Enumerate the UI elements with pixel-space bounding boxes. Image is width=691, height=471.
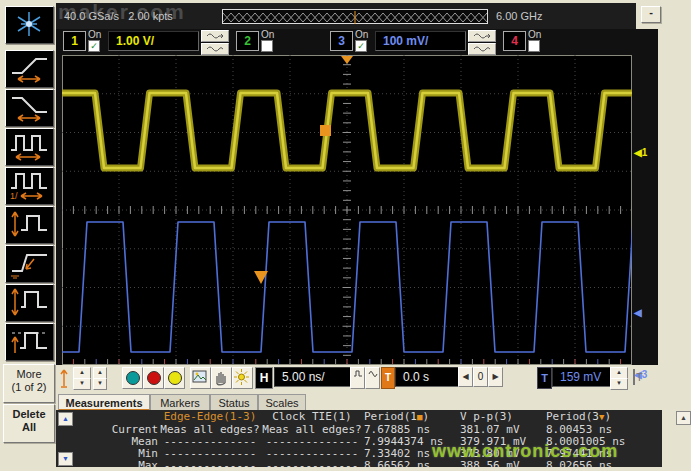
channel-3-button[interactable]: 3 (330, 31, 353, 51)
trigger-level-field[interactable]: 159 mV (552, 367, 615, 387)
more-button[interactable]: More (1 of 2) (3, 364, 55, 403)
measure-v-base-button[interactable] (5, 245, 54, 283)
channel-1-on-control: On ✓ (88, 30, 101, 52)
delete-all-button[interactable]: Delete All (3, 404, 55, 443)
channel-1-scale-field[interactable]: 1.00 V/ (108, 31, 199, 51)
channel-4-on-control: On (528, 30, 541, 52)
bandwidth-readout: 6.00 GHz (496, 10, 542, 22)
channel-3-on-label: On (355, 30, 368, 40)
trigger-level-value: 159 mV (560, 370, 601, 384)
channel-1-ground-marker[interactable]: ◀1 (634, 147, 647, 158)
marker-color-red-button[interactable] (143, 367, 164, 389)
column-edge-edge: Edge-Edge(1-3) (160, 411, 260, 423)
measure-v-peak-to-peak-button[interactable] (5, 284, 54, 322)
channel-3-coupling-dc-button[interactable] (468, 43, 496, 55)
trigger-edge-indicator-icon: T (633, 369, 643, 385)
channel-3-label: 3 (338, 34, 345, 48)
up-arrow-icon: ▲ (680, 414, 687, 421)
horizontal-scale-down-button[interactable]: ▼ (73, 378, 91, 390)
preview-waveform-icon (223, 11, 487, 24)
down-arrow-icon: ▼ (62, 455, 69, 462)
timebase-value: 5.00 ns/ (282, 370, 325, 384)
check-icon: ✓ (357, 41, 365, 51)
delete-all-label: All (4, 421, 54, 434)
channel-3-scale-value: 100 mV/ (383, 34, 428, 48)
app-logo (5, 6, 54, 44)
channel-4-button[interactable]: 4 (503, 31, 526, 51)
panel-scroll-up-button[interactable]: ▲ (676, 411, 691, 425)
zoom-normal-button[interactable] (350, 367, 365, 389)
trigger-label: T (541, 372, 548, 384)
memory-depth: 2.00 kpts (128, 10, 173, 22)
starburst-logo-icon (8, 8, 51, 40)
tab-status-label: Status (218, 397, 249, 409)
zoom-window-button[interactable] (365, 367, 380, 389)
channel-4-on-checkbox[interactable] (528, 40, 540, 52)
measure-fall-time-button[interactable] (5, 89, 54, 127)
left-arrow-icon: ◀ (462, 372, 468, 381)
up-arrow-icon: ▲ (616, 369, 622, 375)
timebase-field[interactable]: 5.00 ns/ (274, 367, 353, 387)
delay-increment-button[interactable]: ▶ (488, 367, 503, 387)
yellow-circle-icon (168, 371, 182, 385)
tab-status[interactable]: Status (210, 394, 258, 411)
delay-decrement-button[interactable]: ◀ (458, 367, 473, 387)
measure-v-min-button[interactable] (5, 206, 54, 244)
channel-1-button[interactable]: 1 (63, 31, 86, 51)
screen-capture-button[interactable] (190, 367, 211, 389)
hand-icon (212, 368, 229, 386)
acquisition-preview-bar[interactable] (222, 9, 488, 24)
channel-3-scale-field[interactable]: 100 mV/ (375, 31, 466, 51)
pulse-icon (353, 369, 363, 379)
channel-3-on-checkbox[interactable]: ✓ (355, 40, 367, 52)
channel-1-coupling-ac-button[interactable] (201, 30, 229, 42)
more-label: More (4, 368, 54, 381)
waveform-plot[interactable] (62, 55, 632, 365)
period1-marker (320, 125, 331, 136)
channel-3-coupling-ac-button[interactable] (468, 30, 496, 42)
v-base-icon (8, 247, 51, 279)
sun-icon (233, 368, 250, 386)
channel-1-label: 1 (71, 34, 78, 48)
measurement-row-max: Max -------------- -------------- 8.6656… (74, 460, 662, 467)
delay-zero-button[interactable]: 0 (473, 367, 488, 387)
channel-2-button[interactable]: 2 (236, 31, 259, 51)
sample-rate-readout: 40.0 GSa/s 2.00 kpts (64, 10, 173, 22)
horizontal-position-down-button[interactable]: ▼ (93, 378, 107, 390)
measure-frequency-button[interactable]: 1/ (5, 167, 54, 205)
h-label: H (260, 371, 269, 385)
trigger-level-marker[interactable]: ◀ (634, 307, 642, 318)
channel-1-on-checkbox[interactable]: ✓ (88, 40, 100, 52)
frequency-icon: 1/ (8, 169, 51, 201)
trigger-menu-button[interactable]: T (537, 367, 552, 389)
marker-color-teal-button[interactable] (122, 367, 143, 389)
horizontal-menu-button[interactable]: H (255, 367, 273, 389)
ac-coupling-icon (205, 32, 225, 39)
measure-rise-time-button[interactable] (5, 50, 54, 88)
channel-1-on-label: On (88, 30, 101, 40)
measure-v-top-button[interactable] (5, 323, 54, 361)
display-brightness-button[interactable] (232, 367, 253, 389)
measurements-scroll-down-button[interactable]: ▼ (58, 452, 73, 466)
channel-1-coupling-dc-button[interactable] (201, 43, 229, 55)
right-arrow-icon: ▶ (492, 372, 498, 381)
column-period-3: Period(3▼) (546, 411, 646, 423)
channel-2-on-checkbox[interactable] (261, 40, 273, 52)
measurements-scroll-up-button[interactable]: ▲ (58, 412, 73, 426)
delay-field[interactable]: 0.0 s (395, 367, 462, 387)
channel-3-on-control: On ✓ (355, 30, 368, 52)
left-arrow-icon: ◀ (634, 307, 642, 318)
waveform-graticule (62, 55, 632, 365)
tab-markers[interactable]: Markers (150, 394, 210, 411)
measure-period-button[interactable] (5, 128, 54, 166)
tab-scales[interactable]: Scales (258, 394, 306, 411)
trigger-level-down-button[interactable]: ▼ (610, 378, 628, 390)
minimize-button[interactable]: - (641, 6, 661, 23)
marker-color-yellow-button[interactable] (164, 367, 185, 389)
more-page-indicator: (1 of 2) (4, 381, 54, 394)
channel-2-label: 2 (244, 34, 251, 48)
touch-drag-button[interactable] (211, 367, 232, 389)
check-icon: ✓ (90, 41, 98, 51)
status-strip: 40.0 GSa/s 2.00 kpts 6.00 GHz (56, 3, 636, 29)
scope-display-area: 1 On ✓ 1.00 V/ 2 On 3 On ✓ (56, 29, 658, 365)
